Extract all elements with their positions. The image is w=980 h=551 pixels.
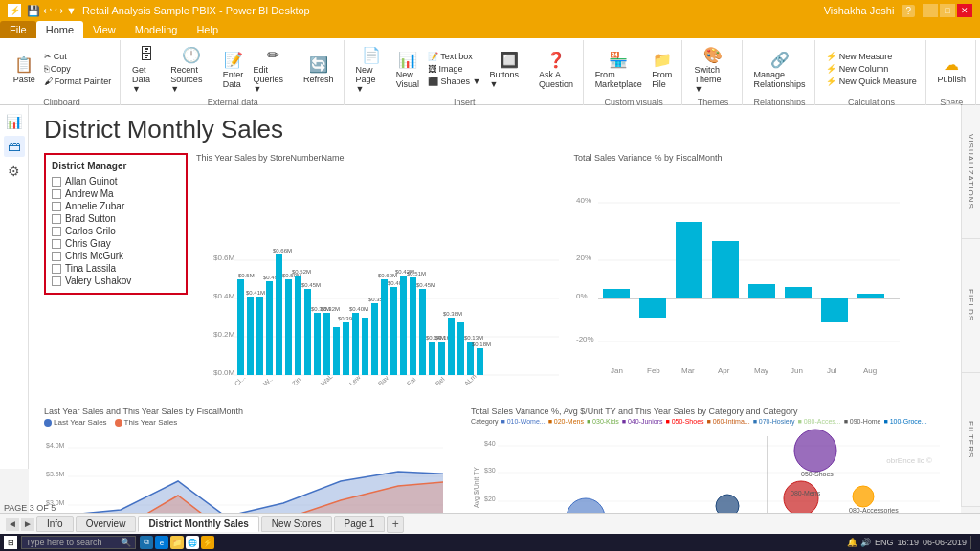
- shapes-button[interactable]: ⬛ Shapes ▼: [425, 76, 483, 87]
- svg-text:0%: 0%: [576, 292, 588, 300]
- maximize-button[interactable]: □: [940, 4, 955, 17]
- start-button[interactable]: ⊞: [4, 536, 17, 549]
- edge-icon[interactable]: e: [155, 536, 168, 549]
- format-painter-button[interactable]: 🖌 Format Painter: [41, 76, 115, 87]
- svg-text:$0.4M: $0.4M: [213, 292, 235, 300]
- checkbox-0[interactable]: [52, 177, 61, 187]
- filters-panel-button[interactable]: FILTERS: [962, 373, 980, 507]
- calc-items: ⚡ New Measure ⚡ New Column ⚡ New Quick M…: [823, 42, 920, 96]
- cut-button[interactable]: ✂ Cut: [41, 51, 115, 62]
- svg-text:Jun: Jun: [791, 366, 803, 375]
- copy-button[interactable]: ⎘ Copy: [41, 63, 115, 75]
- paste-button[interactable]: 📋 Paste: [10, 52, 39, 86]
- filter-item-6[interactable]: Chris McGurk: [52, 250, 180, 262]
- show-desktop-button[interactable]: [970, 536, 976, 549]
- tab-district-monthly[interactable]: District Monthly Sales: [138, 516, 258, 532]
- legend-last-year-dot: [44, 419, 52, 427]
- window-controls[interactable]: ─ □ ✕: [923, 4, 972, 17]
- tab-overview[interactable]: Overview: [76, 516, 137, 532]
- publish-button[interactable]: ☁ Publish: [934, 52, 970, 86]
- checkbox-8[interactable]: [52, 276, 61, 286]
- help-icon[interactable]: ?: [902, 5, 915, 17]
- tab-help[interactable]: Help: [187, 21, 228, 38]
- new-measure-button[interactable]: ⚡ New Measure: [823, 51, 920, 62]
- from-marketplace-button[interactable]: 🏪 FromMarketplace: [591, 47, 646, 91]
- new-column-button[interactable]: ⚡ New Column: [823, 63, 920, 75]
- checkbox-6[interactable]: [52, 252, 61, 261]
- fields-panel-button[interactable]: FIELDS: [962, 239, 980, 373]
- manage-relationships-button[interactable]: 🔗 ManageRelationships: [750, 47, 810, 91]
- checkbox-3[interactable]: [52, 214, 61, 224]
- checkbox-5[interactable]: [52, 239, 61, 249]
- tab-modeling[interactable]: Modeling: [125, 21, 188, 38]
- marketplace-icon: 🏪: [608, 49, 629, 70]
- top-charts: This Year Sales by StoreNumberName $0.0M…: [196, 153, 951, 402]
- refresh-icon: 🔄: [308, 54, 329, 75]
- date-display: 06-06-2019: [923, 538, 967, 547]
- visualizations-panel-button[interactable]: VISUALIZATIONS: [962, 105, 980, 239]
- from-file-button[interactable]: 📁 FromFile: [648, 47, 677, 91]
- clipboard-mini: ✂ Cut ⎘ Copy 🖌 Format Painter: [41, 51, 115, 87]
- tab-view[interactable]: View: [83, 21, 125, 38]
- task-view-icon[interactable]: ⧉: [140, 536, 153, 549]
- tab-nav-left[interactable]: ◄: [6, 518, 19, 531]
- svg-text:$0.6M: $0.6M: [213, 253, 235, 262]
- svg-rect-74: [603, 289, 630, 298]
- edit-queries-button[interactable]: ✏ EditQueries ▼: [250, 42, 299, 96]
- text-box-button[interactable]: 📝 Text box: [425, 51, 483, 62]
- checkbox-4[interactable]: [52, 227, 61, 236]
- ask-question-button[interactable]: ❓ Ask AQuestion: [535, 47, 577, 91]
- checkbox-7[interactable]: [52, 264, 61, 274]
- chrome-icon[interactable]: 🌐: [186, 536, 199, 549]
- filter-panel[interactable]: District Manager Allan Guinot Andrew Ma …: [44, 153, 188, 295]
- recent-sources-button[interactable]: 🕒 RecentSources ▼: [167, 42, 216, 96]
- filter-item-1[interactable]: Andrew Ma: [52, 187, 180, 200]
- tab-home[interactable]: Home: [36, 21, 83, 38]
- svg-rect-77: [712, 241, 739, 298]
- model-view-icon[interactable]: ⚙: [4, 161, 25, 182]
- tab-nav-right[interactable]: ►: [21, 518, 34, 531]
- svg-text:$0.41M: $0.41M: [246, 290, 265, 296]
- checkbox-1[interactable]: [52, 189, 61, 199]
- taskbar-right: 🔔 🔊 ENG 16:19 06-06-2019: [847, 536, 976, 549]
- filter-item-8[interactable]: Valery Ushakov: [52, 275, 180, 287]
- buttons-button[interactable]: 🔲 Buttons ▼: [485, 47, 533, 91]
- image-button[interactable]: 🖼 Image: [425, 63, 483, 75]
- left-sidebar: 📊 🗃 ⚙: [0, 105, 29, 469]
- explorer-icon[interactable]: 📁: [170, 536, 184, 549]
- filter-item-0[interactable]: Allan Guinot: [52, 175, 180, 187]
- enter-data-button[interactable]: 📝 EnterData: [219, 47, 248, 91]
- data-view-icon[interactable]: 🗃: [4, 136, 25, 157]
- powerbi-icon[interactable]: ⚡: [201, 536, 214, 549]
- new-page-button[interactable]: 📄 NewPage ▼: [352, 42, 390, 96]
- get-data-icon: 🗄: [136, 44, 157, 65]
- taskbar-search[interactable]: Type here to search 🔍: [21, 536, 136, 549]
- new-visual-button[interactable]: 📊 NewVisual: [392, 47, 423, 91]
- report-view-icon[interactable]: 📊: [4, 111, 25, 132]
- filter-item-2[interactable]: Annelie Zubar: [52, 200, 180, 212]
- minimize-button[interactable]: ─: [923, 4, 938, 17]
- window-title: Retail Analysis Sample PBIX - Power BI D…: [82, 5, 310, 16]
- filter-item-7[interactable]: Tina Lassila: [52, 262, 180, 275]
- filter-item-4[interactable]: Carlos Grilo: [52, 225, 180, 237]
- checkbox-2[interactable]: [52, 202, 61, 211]
- new-quick-measure-button[interactable]: ⚡ New Quick Measure: [823, 76, 920, 87]
- tab-new-stores[interactable]: New Stores: [261, 516, 332, 532]
- tab-info[interactable]: Info: [36, 516, 74, 532]
- tab-page1[interactable]: Page 1: [334, 516, 386, 532]
- switch-theme-button[interactable]: 🎨 SwitchTheme ▼: [690, 42, 735, 96]
- filter-item-5[interactable]: Chris Gray: [52, 237, 180, 250]
- svg-rect-81: [858, 294, 884, 298]
- svg-rect-37: [390, 287, 397, 375]
- get-data-button[interactable]: 🗄 GetData ▼: [128, 42, 165, 96]
- svg-text:$40: $40: [484, 440, 496, 447]
- refresh-button[interactable]: 🔄 Refresh: [300, 52, 337, 86]
- tab-file[interactable]: File: [0, 21, 36, 38]
- svg-rect-32: [362, 318, 368, 375]
- close-button[interactable]: ✕: [957, 4, 972, 17]
- add-page-button[interactable]: +: [387, 516, 404, 533]
- filter-item-3[interactable]: Brad Sutton: [52, 212, 180, 225]
- svg-rect-8: [237, 279, 244, 375]
- svg-text:Aug: Aug: [863, 366, 877, 375]
- enter-data-icon: 📝: [223, 49, 244, 70]
